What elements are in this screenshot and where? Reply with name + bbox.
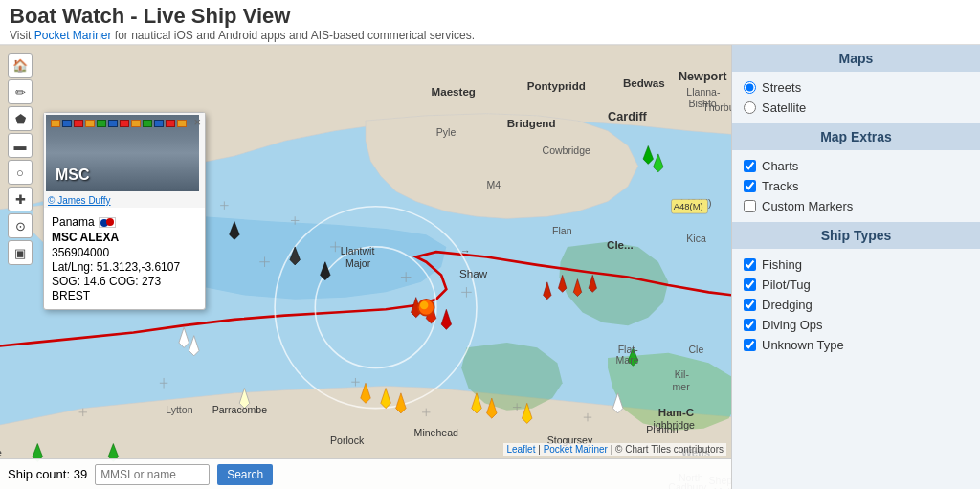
home-button[interactable]: 🏠 — [8, 53, 33, 78]
right-panel: Maps Streets Satellite Map Extras — [731, 45, 980, 489]
streets-label[interactable]: Streets — [762, 80, 801, 95]
popup-close-button[interactable]: × — [193, 116, 201, 128]
chart-tiles-text: © Chart Tiles contributors — [615, 444, 724, 455]
shape-button[interactable]: ⬟ — [8, 106, 33, 131]
ship-mmsi: 356904000 — [52, 246, 197, 259]
tracks-label[interactable]: Tracks — [762, 179, 799, 193]
search-button[interactable]: Search — [217, 464, 273, 485]
svg-text:Lytton: Lytton — [166, 404, 192, 415]
svg-text:Bedwas: Bedwas — [623, 77, 665, 89]
svg-text:Cle: Cle — [688, 344, 703, 355]
tracks-checkbox[interactable] — [744, 180, 756, 192]
bottom-bar: Ship count: 39 Search — [0, 458, 731, 489]
search-input[interactable] — [95, 464, 210, 485]
leaflet-link[interactable]: Leaflet — [506, 444, 535, 455]
svg-text:Kica: Kica — [686, 233, 706, 244]
svg-text:Bridgend: Bridgend — [507, 117, 556, 129]
custom-markers-label[interactable]: Custom Markers — [762, 199, 853, 213]
svg-text:Pontypridd: Pontypridd — [527, 79, 586, 92]
svg-text:Pyle: Pyle — [436, 126, 457, 138]
unknown-type-label[interactable]: Unknown Type — [762, 338, 844, 352]
popup-body: Panama MSC ALEXA 356904000 Lat/Lng: 51.3… — [44, 208, 205, 309]
dredging-checkbox[interactable] — [744, 299, 756, 311]
page-header: Boat Watch - Live Ship View Visit Pocket… — [0, 0, 980, 45]
svg-text:mLe: mLe — [0, 447, 2, 458]
edit-button[interactable]: ✏ — [8, 79, 33, 104]
svg-text:Minehead: Minehead — [414, 427, 458, 438]
diving-ops-checkbox[interactable] — [744, 319, 756, 331]
flag-icon — [99, 217, 116, 228]
svg-text:A48(M): A48(M) — [674, 201, 703, 211]
svg-text:Cle...: Cle... — [607, 238, 634, 251]
radio-streets: Streets — [744, 78, 969, 98]
svg-text:Bishto: Bishto — [688, 98, 716, 109]
svg-text:Llanna-: Llanna- — [686, 86, 721, 98]
map-extras-content: Charts Tracks Custom Markers — [732, 150, 980, 222]
rect-button[interactable]: ▬ — [8, 133, 33, 158]
pilot-tug-checkbox[interactable] — [744, 278, 756, 291]
diving-ops-label[interactable]: Diving Ops — [762, 318, 823, 332]
square2-button[interactable]: ▣ — [8, 240, 33, 265]
ship-types-section: Ship Types Fishing Pilot/Tug Dredging — [732, 222, 980, 361]
fishing-label[interactable]: Fishing — [762, 257, 802, 272]
maps-section-header: Maps — [732, 45, 980, 72]
ship-info-popup: MSC × © James Duffy Panama MSC ALEXA 356… — [43, 112, 206, 310]
map-extras-section: Map Extras Charts Tracks Custom Markers — [732, 123, 980, 222]
svg-text:Llantwit: Llantwit — [341, 245, 375, 256]
photo-credit-link[interactable]: © James Duffy — [44, 193, 205, 208]
popup-header: MSC × — [44, 113, 205, 193]
ship-name: MSC ALEXA — [52, 231, 197, 244]
ship-count-label: Ship count: 39 — [8, 467, 87, 481]
custom-markers-checkbox[interactable] — [744, 200, 756, 212]
svg-text:Newport: Newport — [679, 70, 727, 83]
flag-country-label: Panama — [52, 215, 95, 229]
svg-text:Parracombe: Parracombe — [212, 404, 268, 415]
satellite-radio[interactable] — [744, 101, 756, 114]
svg-text:→: → — [460, 245, 471, 256]
tracks-checkbox-item: Tracks — [744, 176, 969, 196]
map-attribution: Leaflet | Pocket Mariner | © Chart Tiles… — [503, 443, 726, 456]
ship-sog-cog: SOG: 14.6 COG: 273 — [52, 275, 197, 288]
svg-text:Major: Major — [345, 257, 371, 269]
charts-checkbox[interactable] — [744, 160, 756, 172]
map-toolbar: 🏠 ✏ ⬟ ▬ ○ ✚ ⊙ ▣ — [8, 53, 33, 265]
ship-destination: BREST — [52, 289, 197, 302]
target-button[interactable]: ⊙ — [8, 213, 33, 238]
svg-text:Cardiff: Cardiff — [608, 110, 648, 123]
svg-text:Flan: Flan — [552, 225, 572, 236]
svg-text:Maesteg: Maesteg — [432, 85, 476, 98]
pilot-tug-checkbox-item: Pilot/Tug — [744, 275, 969, 295]
header-subtitle: Visit Pocket Mariner for nautical iOS an… — [10, 29, 970, 42]
svg-text:Shaw: Shaw — [459, 267, 488, 279]
radio-satellite: Satellite — [744, 98, 969, 118]
svg-text:Mare: Mare — [616, 354, 639, 366]
unknown-type-checkbox[interactable] — [744, 339, 756, 351]
ship-types-header: Ship Types — [732, 222, 980, 249]
ship-types-content: Fishing Pilot/Tug Dredging Diving Ops — [732, 249, 980, 361]
diving-ops-checkbox-item: Diving Ops — [744, 315, 969, 335]
charts-label[interactable]: Charts — [762, 159, 798, 173]
svg-text:M4: M4 — [487, 179, 501, 190]
ship-latlng: Lat/Lng: 51.3123,-3.6107 — [52, 260, 197, 274]
dredging-label[interactable]: Dredging — [762, 298, 813, 312]
flag-line: Panama — [52, 215, 197, 229]
satellite-label[interactable]: Satellite — [762, 100, 806, 115]
fishing-checkbox[interactable] — [744, 258, 756, 271]
pocket-mariner-attr-link[interactable]: Pocket Mariner — [544, 444, 608, 455]
charts-checkbox-item: Charts — [744, 156, 969, 176]
cross-button[interactable]: ✚ — [8, 187, 33, 211]
ship-company-label: MSC — [56, 167, 90, 184]
map-extras-header: Map Extras — [732, 123, 980, 150]
app-container: Boat Watch - Live Ship View Visit Pocket… — [0, 0, 980, 489]
circle-button[interactable]: ○ — [8, 160, 33, 185]
map-area[interactable]: Maesteg Pontypridd Bedwas Newport Pyle B… — [0, 45, 731, 489]
svg-text:Porlock: Porlock — [330, 434, 365, 446]
pilot-tug-label[interactable]: Pilot/Tug — [762, 278, 811, 292]
maps-section-content: Streets Satellite — [732, 72, 980, 123]
svg-text:mer: mer — [673, 381, 691, 392]
streets-radio[interactable] — [744, 81, 756, 94]
svg-text:Flat-: Flat- — [618, 344, 639, 355]
svg-text:Ham-C: Ham-C — [658, 406, 695, 418]
svg-point-57 — [420, 301, 428, 309]
pocket-mariner-link[interactable]: Pocket Mariner — [34, 29, 112, 42]
